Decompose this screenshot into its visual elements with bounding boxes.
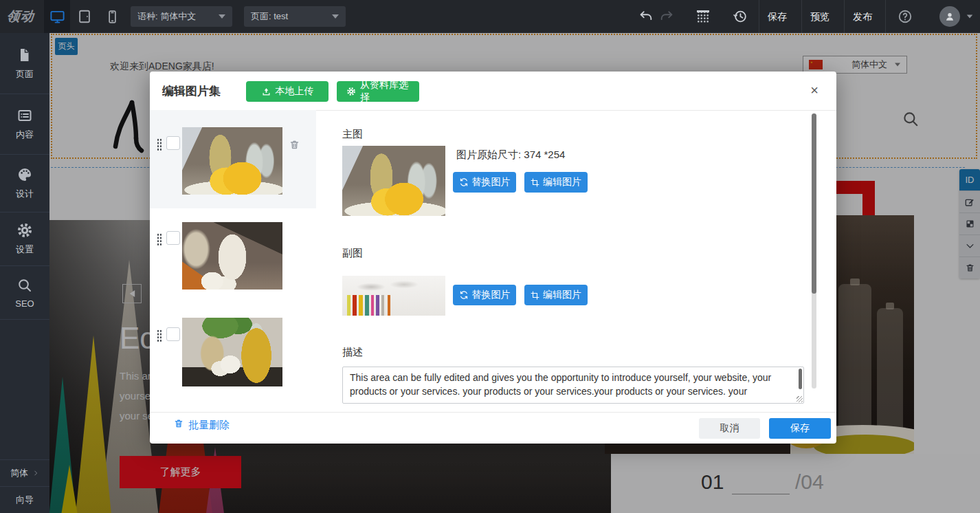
sidebar-item-settings[interactable]: 设置	[0, 212, 49, 266]
sidebar-language-label: 简体	[10, 467, 28, 479]
content-icon	[16, 107, 33, 124]
batch-delete-button[interactable]: 批量删除	[188, 419, 230, 432]
edit-image-label: 编辑图片	[543, 176, 581, 188]
sidebar-item-label: 内容	[16, 129, 34, 141]
chevron-down-icon	[332, 14, 339, 19]
description-textarea[interactable]: This area can be fully edited and gives …	[342, 367, 804, 404]
grid-icon	[697, 10, 709, 23]
modal-title: 编辑图片集	[162, 81, 221, 102]
gallery-item-checkbox[interactable]	[166, 327, 180, 341]
tablet-icon	[77, 9, 92, 24]
drag-handle[interactable]	[157, 329, 162, 342]
save-button[interactable]: 保存	[757, 0, 798, 33]
sidebar-wizard-label: 向导	[16, 494, 34, 506]
gear-icon	[346, 87, 356, 96]
upload-local-button[interactable]: 本地上传	[246, 81, 328, 102]
upload-icon	[261, 87, 271, 97]
modal-scrollbar-track[interactable]	[812, 113, 816, 389]
page-icon	[16, 47, 33, 63]
page-dropdown[interactable]: 页面: test	[244, 6, 346, 27]
description-field-wrap: This area can be fully edited and gives …	[342, 367, 804, 404]
device-desktop-button[interactable]	[44, 0, 70, 33]
textarea-scrollbar[interactable]	[799, 369, 802, 389]
account-chevron-icon[interactable]	[967, 14, 973, 18]
original-size-text: 图片原始尺寸: 374 *254	[456, 149, 565, 162]
divider	[150, 412, 836, 413]
drag-handle[interactable]	[157, 233, 162, 245]
trash-icon[interactable]	[289, 139, 300, 151]
gallery-item-thumbnail-salt[interactable]	[182, 222, 282, 290]
sidebar-item-label: 页面	[16, 68, 34, 80]
gallery-item-thumbnail-oil[interactable]	[182, 318, 282, 386]
replace-image-label: 替换图片	[472, 289, 511, 301]
from-library-label: 从资料库选择	[360, 79, 410, 104]
sidebar-item-simplified-chinese[interactable]: 简体	[0, 459, 49, 486]
app-logo: 领动	[5, 0, 36, 33]
replace-main-image-button[interactable]: 替换图片	[453, 172, 516, 193]
edit-main-image-button[interactable]: 编辑图片	[524, 172, 588, 193]
language-dropdown-label: 语种: 简体中文	[137, 10, 219, 23]
sidebar-item-content[interactable]: 内容	[0, 94, 49, 155]
monitor-icon	[49, 9, 65, 25]
edit-gallery-modal: 编辑图片集 本地上传 从资料库选择 × 主图 图片原始尺寸: 374 *254	[150, 72, 836, 444]
topbar: 领动 语种: 简体中文 页面: test 保	[0, 0, 980, 33]
divider	[885, 0, 886, 33]
sidebar-item-label: SEO	[15, 298, 34, 309]
refresh-icon	[459, 290, 469, 300]
close-icon[interactable]: ×	[810, 81, 818, 99]
gallery-item-thumbnail-lemons[interactable]	[182, 127, 282, 195]
gear-icon	[16, 222, 33, 239]
secondary-image-preview	[342, 276, 445, 316]
undo-icon	[638, 9, 654, 24]
sidebar-item-label: 设计	[16, 188, 34, 200]
cancel-button[interactable]: 取消	[699, 418, 760, 439]
save-button[interactable]: 保存	[769, 418, 831, 439]
drag-handle[interactable]	[157, 138, 162, 151]
history-icon	[733, 9, 748, 24]
chevron-right-icon	[32, 470, 39, 477]
page-dropdown-label: 页面: test	[251, 10, 332, 23]
user-icon	[944, 10, 956, 23]
history-button[interactable]	[732, 8, 748, 25]
from-library-button[interactable]: 从资料库选择	[337, 81, 419, 102]
replace-secondary-image-button[interactable]: 替换图片	[453, 285, 516, 305]
avatar[interactable]	[939, 6, 960, 27]
sidebar: 页面 内容 设计 设置 SEO 简体 向导	[0, 33, 49, 513]
crop-icon	[531, 178, 539, 187]
device-tablet-button[interactable]	[71, 0, 98, 33]
crop-icon	[531, 291, 539, 300]
redo-icon	[659, 9, 674, 24]
gallery-item-checkbox[interactable]	[166, 231, 180, 245]
preview-button[interactable]: 预览	[799, 0, 840, 33]
gallery-item-checkbox[interactable]	[166, 136, 180, 150]
help-button[interactable]	[898, 9, 913, 24]
edit-secondary-image-button[interactable]: 编辑图片	[524, 285, 588, 305]
main-image-label: 主图	[342, 128, 363, 141]
sidebar-item-label: 设置	[16, 243, 34, 256]
refresh-icon	[459, 177, 469, 187]
edit-image-label: 编辑图片	[543, 289, 581, 301]
search-icon	[16, 277, 33, 294]
publish-button[interactable]: 发布	[842, 0, 883, 33]
main-image-preview	[342, 146, 445, 216]
phone-icon	[105, 10, 120, 24]
sidebar-item-design[interactable]: 设计	[0, 155, 49, 212]
secondary-image-label: 副图	[342, 247, 363, 260]
palette-icon	[16, 166, 33, 183]
sidebar-item-seo[interactable]: SEO	[0, 266, 49, 320]
description-label: 描述	[342, 346, 363, 359]
language-dropdown[interactable]: 语种: 简体中文	[131, 6, 232, 27]
upload-local-label: 本地上传	[276, 85, 314, 98]
undo-button[interactable]	[638, 8, 654, 25]
replace-image-label: 替换图片	[472, 176, 511, 188]
textarea-resize-handle[interactable]	[797, 396, 803, 402]
chevron-down-icon	[219, 14, 225, 19]
trash-icon[interactable]	[173, 418, 184, 429]
modal-scrollbar-thumb[interactable]	[812, 113, 816, 294]
sidebar-item-pages[interactable]: 页面	[0, 33, 49, 94]
redo-button[interactable]	[658, 8, 675, 25]
grid-button[interactable]	[695, 8, 711, 25]
device-mobile-button[interactable]	[99, 0, 125, 33]
help-icon	[898, 9, 913, 24]
sidebar-item-wizard[interactable]: 向导	[0, 486, 49, 513]
